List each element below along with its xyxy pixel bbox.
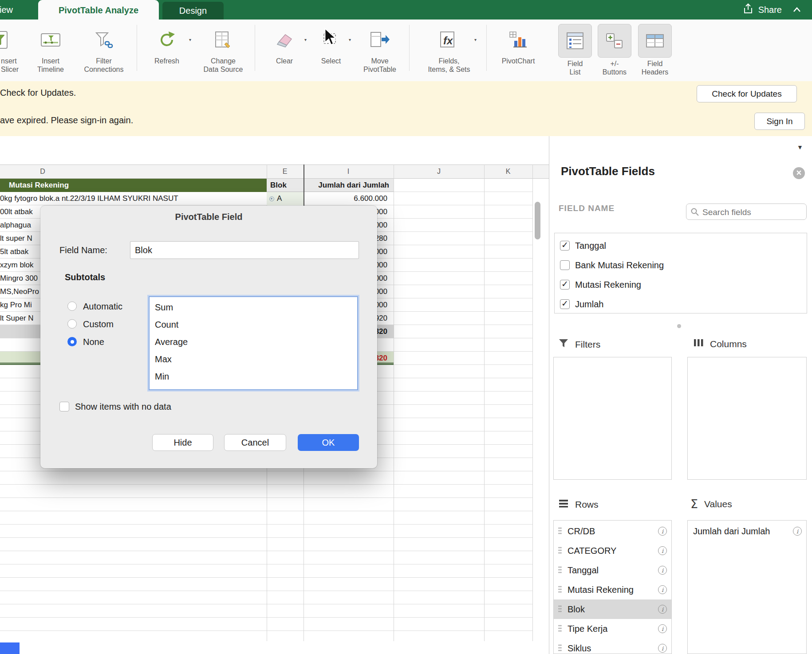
row-item-crdb[interactable]: CR/DB (554, 521, 671, 541)
row-item-blok[interactable]: Blok (554, 599, 671, 619)
tab-view[interactable]: View (0, 0, 13, 20)
filter-icon (558, 338, 569, 350)
move-pivottable-button[interactable]: Move PivotTable (354, 23, 406, 78)
info-icon[interactable] (658, 605, 667, 614)
field-item-bank-mutasi-rekening[interactable]: Bank Mutasi Rekening (555, 255, 807, 275)
tab-pivottable-analyze[interactable]: PivotTable Analyze (38, 0, 159, 20)
search-fields-input[interactable] (702, 204, 805, 220)
insert-timeline-button[interactable]: Insert Timeline (28, 23, 74, 78)
field-headers-toggle[interactable]: Field Headers (635, 23, 675, 78)
row-item-tanggal[interactable]: Tanggal (554, 560, 671, 580)
cancel-button[interactable]: Cancel (224, 434, 286, 451)
plus-minus-buttons-toggle[interactable]: +/- Buttons (595, 23, 634, 78)
info-icon[interactable] (658, 585, 667, 594)
drag-handle-icon[interactable] (558, 526, 562, 537)
value-header-cell[interactable]: Jumlah dari Jumlah (304, 179, 394, 192)
fields-items-sets-button[interactable]: fx ▾ Fields, Items, & Sets (415, 23, 483, 78)
ok-button[interactable]: OK (298, 434, 359, 451)
blok-header-cell[interactable]: Blok (267, 179, 304, 192)
column-header-k[interactable]: K (501, 165, 516, 178)
blok-cell-a[interactable]: A (267, 192, 304, 205)
bank-mutasi-rekening-checkbox[interactable] (560, 260, 570, 270)
column-header-i[interactable]: I (341, 165, 356, 178)
filters-section-header: Filters (558, 338, 600, 350)
drag-handle-icon[interactable] (558, 585, 562, 595)
drag-handle-icon[interactable] (558, 565, 562, 576)
refresh-button[interactable]: ▾ Refresh (141, 23, 193, 78)
cell-i-row1[interactable]: 6.600.000 (304, 192, 394, 205)
clear-button[interactable]: ▾ Clear (261, 23, 308, 78)
value-item-jumlah-dari-jumlah[interactable]: Jumlah dari Jumlah (688, 521, 806, 541)
cell-d-row1[interactable]: 0kg fytogro blok.a nt.22/3/19 ILHAM SYUK… (0, 192, 267, 205)
listbox-item-sum[interactable]: Sum (150, 299, 357, 316)
insert-timeline-icon (28, 27, 74, 53)
row-item-category[interactable]: CATEGORY (554, 541, 671, 560)
field-name-input[interactable] (130, 241, 359, 259)
strip-dropdown-arrow-icon[interactable]: ▼ (797, 144, 803, 151)
pivot-item-marker-icon[interactable] (269, 196, 274, 201)
row-item-siklus[interactable]: Siklus (554, 638, 671, 654)
info-icon[interactable] (793, 527, 802, 536)
column-header-d[interactable]: D (35, 165, 50, 178)
vertical-scrollbar-thumb[interactable] (535, 202, 540, 239)
field-item-jumlah[interactable]: Jumlah (555, 294, 807, 313)
check-for-updates-button[interactable]: Check for Updates (697, 85, 797, 102)
mutasi-rekening-checkbox[interactable] (560, 280, 570, 290)
filters-dropzone[interactable] (553, 357, 672, 480)
show-items-checkbox[interactable] (59, 402, 69, 411)
radio-none-label[interactable]: None (83, 337, 104, 347)
panel-close-button[interactable] (793, 167, 805, 179)
row-item-mutasi-rekening[interactable]: Mutasi Rekening (554, 580, 671, 599)
radio-custom-label[interactable]: Custom (83, 319, 114, 329)
radio-automatic-label[interactable]: Automatic (83, 302, 122, 312)
insert-slicer-button[interactable]: nsert Slicer (0, 23, 26, 78)
field-headers-icon (635, 24, 675, 58)
panel-resize-handle[interactable] (677, 324, 681, 328)
chevron-up-icon[interactable] (792, 5, 801, 15)
jumlah-checkbox[interactable] (560, 299, 570, 309)
pivotchart-button[interactable]: PivotChart (490, 23, 547, 78)
info-icon[interactable] (658, 527, 667, 536)
listbox-item-min[interactable]: Min (150, 368, 357, 385)
field-item-mutasi-rekening[interactable]: Mutasi Rekening (555, 275, 807, 294)
search-fields-box[interactable] (686, 204, 807, 220)
listbox-item-count[interactable]: Count (150, 316, 357, 333)
info-icon[interactable] (658, 644, 667, 653)
drag-handle-icon[interactable] (558, 604, 562, 615)
row-item-tipe-kerja[interactable]: Tipe Kerja (554, 619, 671, 638)
column-header-e[interactable]: E (277, 165, 292, 178)
refresh-dropdown-arrow-icon[interactable]: ▾ (189, 37, 191, 42)
field-list-toggle[interactable]: Field List (556, 23, 595, 78)
radio-custom[interactable] (67, 319, 77, 329)
hide-button[interactable]: Hide (152, 434, 213, 451)
pivot-header-cell[interactable]: Mutasi Rekening (0, 179, 267, 192)
drag-handle-icon[interactable] (558, 546, 562, 556)
field-item-label: Mutasi Rekening (575, 280, 641, 290)
sign-in-button[interactable]: Sign In (754, 113, 805, 130)
columns-dropzone[interactable] (687, 357, 807, 480)
listbox-item-max[interactable]: Max (150, 351, 357, 368)
radio-automatic[interactable] (67, 302, 77, 311)
panel-title: PivotTable Fields (561, 164, 655, 178)
info-icon[interactable] (658, 566, 667, 575)
column-header-j[interactable]: J (431, 165, 446, 178)
radio-none[interactable] (67, 337, 77, 346)
field-item-tanggal[interactable]: Tanggal (555, 236, 807, 255)
clear-dropdown-arrow-icon[interactable]: ▾ (304, 37, 307, 42)
tanggal-checkbox[interactable] (560, 241, 570, 251)
functions-listbox[interactable]: Sum Count Average Max Min (149, 296, 358, 390)
share-icon (742, 3, 754, 17)
tab-design[interactable]: Design (162, 2, 224, 20)
filter-connections-button[interactable]: Filter Connections (74, 23, 134, 78)
info-icon[interactable] (658, 624, 667, 633)
share-button[interactable]: Share (742, 0, 801, 20)
drag-handle-icon[interactable] (558, 643, 562, 654)
drag-handle-icon[interactable] (558, 624, 562, 634)
info-icon[interactable] (658, 546, 667, 555)
show-items-label[interactable]: Show items with no data (75, 402, 171, 412)
listbox-item-average[interactable]: Average (150, 333, 357, 351)
change-data-source-button[interactable]: Change Data Source (194, 23, 252, 78)
field-item-label: Bank Mutasi Rekening (575, 260, 664, 270)
fields-dropdown-arrow-icon[interactable]: ▾ (474, 37, 477, 42)
select-dropdown-arrow-icon[interactable]: ▾ (349, 37, 351, 42)
